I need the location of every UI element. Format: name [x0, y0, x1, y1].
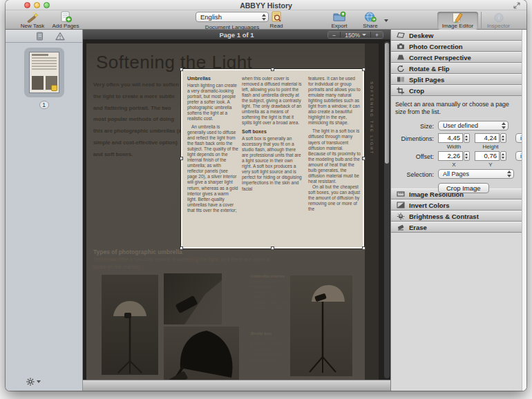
- image-editor-label: Image Editor: [442, 23, 473, 29]
- crop-handle-n[interactable]: [271, 68, 274, 71]
- selection-label: Selection:: [395, 171, 434, 178]
- share-button[interactable]: Share: [357, 11, 384, 29]
- split-pages-icon: [397, 75, 405, 84]
- panel-label: Brightness & Contrast: [409, 213, 479, 220]
- page-number-badge: 1: [39, 101, 49, 109]
- y-caption: Y: [488, 162, 492, 168]
- inspector-icon: i: [493, 12, 505, 23]
- height-input[interactable]: [475, 133, 500, 143]
- chevron-down-icon[interactable]: [37, 380, 41, 383]
- zoom-in-button[interactable]: +: [371, 32, 383, 38]
- image-editor-button[interactable]: Image Editor: [437, 12, 478, 30]
- app-window: ABBYY History New Task Add Pag: [6, 0, 526, 391]
- crop-instruction: Select an area manually or choose a page…: [395, 101, 517, 116]
- panel-brightness-contrast[interactable]: Brightness & Contrast: [391, 211, 526, 222]
- width-stepper[interactable]: [464, 133, 470, 143]
- offset-y-input[interactable]: [475, 151, 500, 161]
- page-thumbnail[interactable]: [24, 48, 64, 97]
- crop-panel-body: Select an area manually or choose a page…: [391, 96, 526, 188]
- panel-scrollbar-track[interactable]: [522, 30, 526, 391]
- image-editor-icon: [450, 12, 465, 23]
- width-input[interactable]: [438, 133, 463, 143]
- panel-label: Photo Correction: [409, 43, 463, 50]
- sidebar-actions: [26, 378, 41, 386]
- document-canvas[interactable]: Softening the Light Very often you will …: [83, 40, 390, 380]
- width-caption: Width: [447, 144, 461, 150]
- document-language-select[interactable]: English: [196, 12, 269, 22]
- export-button[interactable]: Export: [325, 11, 354, 29]
- crop-handle-e[interactable]: [362, 157, 365, 160]
- panel-invert-colors[interactable]: Invert Colors: [391, 200, 526, 211]
- crop-handle-ne[interactable]: [362, 68, 365, 71]
- zoom-level-value: 150%: [345, 32, 360, 39]
- panel-photo-correction[interactable]: Photo Correction: [391, 41, 526, 52]
- flash-silhouette: [164, 273, 222, 324]
- camera-icon: [397, 42, 405, 50]
- crop-handle-se[interactable]: [362, 246, 365, 250]
- chevron-updown-icon: [506, 171, 511, 177]
- zoom-control: − 150% +: [327, 31, 383, 39]
- crop-selection[interactable]: Umbrellas Harsh lighting can create a ve…: [181, 69, 364, 249]
- title-bar[interactable]: ABBYY History: [6, 0, 526, 10]
- page-indicator: Page 1 of 1: [219, 31, 254, 39]
- thumbnail-page-preview: [29, 52, 59, 93]
- read-label: Read: [269, 23, 283, 29]
- height-stepper[interactable]: [500, 133, 506, 143]
- crop-handle-sw[interactable]: [180, 246, 183, 250]
- panel-crop[interactable]: Crop: [391, 85, 526, 96]
- read-icon: [269, 11, 283, 23]
- perspective-icon: [397, 53, 405, 61]
- caption-text: A brolly box acts as a simple soft box. …: [251, 336, 287, 362]
- inspector-button: i Inspector: [484, 12, 513, 30]
- new-task-label: New Task: [21, 23, 45, 29]
- zoom-level-menu[interactable]: 150%: [341, 32, 371, 38]
- fullscreen-icon[interactable]: [513, 2, 520, 9]
- size-select[interactable]: User defined: [438, 121, 509, 130]
- panel-label: Split Pages: [409, 76, 444, 84]
- caption-brolly-box: Brolly box A brolly box acts as a simple…: [251, 331, 289, 363]
- new-task-button[interactable]: New Task: [17, 11, 48, 29]
- column-paragraph: Harsh lighting can create a very dramati…: [187, 83, 238, 121]
- column-heading: Umbrellas: [187, 76, 238, 82]
- panel-split-pages[interactable]: Split Pages: [391, 74, 526, 85]
- page-view-icon[interactable]: [35, 32, 44, 41]
- size-label: Size:: [395, 123, 434, 130]
- thumbnail-status-badge: [51, 85, 57, 91]
- offset-x-stepper[interactable]: [464, 151, 470, 161]
- page-header-bar: Page 1 of 1 − 150% +: [83, 30, 390, 40]
- panel-empty-area: [391, 233, 526, 391]
- read-button[interactable]: Read: [264, 11, 289, 29]
- inspector-label: Inspector: [487, 23, 510, 29]
- offset-label: Offset:: [395, 153, 434, 160]
- crop-handle-s[interactable]: [271, 246, 274, 250]
- selection-select[interactable]: All Pages: [438, 169, 514, 179]
- panel-label: Correct Perspective: [409, 54, 471, 61]
- add-pages-label: Add Pages: [52, 23, 79, 29]
- offset-x-input[interactable]: [438, 151, 463, 161]
- language-value: English: [200, 13, 222, 21]
- column-paragraph: A soft box is generally an accessory tha…: [242, 136, 303, 191]
- warning-icon[interactable]: [55, 32, 65, 41]
- document-area: Page 1 of 1 − 150% + Softening the Light…: [83, 30, 390, 391]
- panel-erase[interactable]: Erase: [391, 222, 526, 233]
- panel-correct-perspective[interactable]: Correct Perspective: [391, 52, 526, 63]
- rotate-icon: [397, 64, 405, 72]
- gear-icon[interactable]: [26, 378, 35, 386]
- scrollbar-thumb[interactable]: [385, 43, 389, 164]
- column-paragraph: when this outer cover is removed a diffu…: [242, 76, 303, 126]
- document-intro: Very often you will need to soften the l…: [93, 79, 184, 160]
- offset-y-stepper[interactable]: [500, 151, 506, 161]
- crop-handle-w[interactable]: [180, 157, 183, 160]
- panel-rotate-flip[interactable]: Rotate & Flip: [391, 63, 526, 74]
- crop-text-column-2: when this outer cover is removed a diffu…: [242, 76, 303, 244]
- add-pages-button[interactable]: Add Pages: [48, 11, 83, 29]
- zoom-out-button[interactable]: −: [328, 32, 341, 38]
- crop-handle-nw[interactable]: [180, 68, 183, 71]
- vertical-scrollbar[interactable]: [384, 41, 390, 378]
- page-side-label: SOFTENING THE LIGHT: [370, 81, 374, 155]
- deskew-icon: [397, 31, 405, 39]
- panel-deskew[interactable]: Deskew: [391, 30, 526, 41]
- column-paragraph: features. It can be used for individual …: [308, 76, 361, 126]
- crop-image-button[interactable]: Crop Image: [438, 183, 489, 193]
- crop-icon: [397, 86, 405, 95]
